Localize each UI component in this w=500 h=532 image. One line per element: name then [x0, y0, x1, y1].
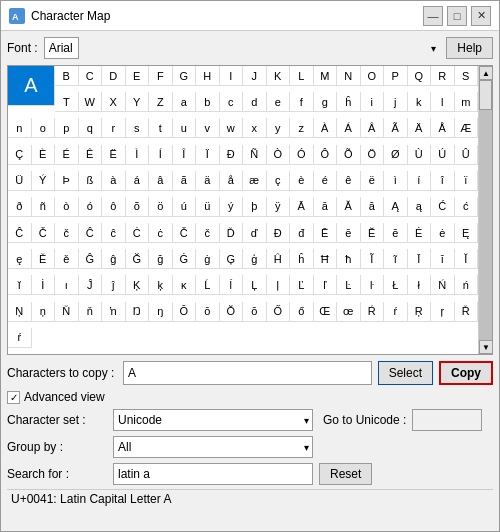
char-cell[interactable]: u	[173, 118, 197, 138]
char-cell[interactable]: b	[196, 92, 220, 112]
char-cell[interactable]: Ü	[8, 171, 32, 191]
char-cell[interactable]: ĵ	[102, 275, 126, 295]
advanced-checkbox[interactable]: ✓	[7, 391, 20, 404]
char-cell[interactable]: ĺ	[220, 275, 244, 295]
char-cell[interactable]: Ï	[196, 145, 220, 165]
copy-input[interactable]	[123, 361, 372, 385]
char-cell[interactable]: ķ	[149, 275, 173, 295]
char-cell[interactable]: ŏ	[243, 302, 267, 322]
char-cell[interactable]: ĝ	[102, 249, 126, 269]
char-cell[interactable]: î	[431, 171, 455, 191]
char-cell[interactable]: Ń	[431, 275, 455, 295]
char-cell[interactable]: Ĕ	[361, 223, 385, 243]
char-cell[interactable]: P	[384, 66, 408, 86]
char-cell[interactable]: Ù	[408, 145, 432, 165]
char-cell[interactable]: Ŋ	[126, 302, 150, 322]
char-cell[interactable]: k	[408, 92, 432, 112]
char-cell[interactable]: X	[102, 92, 126, 112]
char-cell[interactable]: w	[220, 118, 244, 138]
char-cell[interactable]: Ŕ	[361, 302, 385, 322]
char-cell[interactable]: ö	[149, 197, 173, 217]
char-cell[interactable]: L	[290, 66, 314, 86]
char-cell[interactable]: Ą	[384, 197, 408, 217]
char-cell[interactable]: S	[455, 66, 479, 86]
char-cell[interactable]: ä	[196, 171, 220, 191]
char-cell[interactable]: D	[102, 66, 126, 86]
goto-input[interactable]	[412, 409, 482, 431]
char-cell[interactable]: ç	[267, 171, 291, 191]
char-cell[interactable]: ġ	[196, 249, 220, 269]
char-cell[interactable]: Ç	[8, 145, 32, 165]
char-cell[interactable]: č	[55, 223, 79, 243]
char-cell[interactable]: Á	[337, 118, 361, 138]
char-cell[interactable]: ń	[455, 275, 479, 295]
char-cell[interactable]: I	[220, 66, 244, 86]
char-cell[interactable]: M	[314, 66, 338, 86]
char-cell[interactable]: ĥ	[337, 92, 361, 112]
char-cell[interactable]: é	[314, 171, 338, 191]
char-cell[interactable]: É	[55, 145, 79, 165]
char-cell[interactable]: ľ	[314, 275, 338, 295]
char-cell[interactable]: Ō	[173, 302, 197, 322]
char-cell[interactable]: Č	[173, 223, 197, 243]
char-cell[interactable]: Þ	[55, 171, 79, 191]
char-cell[interactable]: j	[384, 92, 408, 112]
char-cell[interactable]: Ý	[32, 171, 56, 191]
char-cell[interactable]: Ħ	[314, 249, 338, 269]
char-cell[interactable]: Í	[149, 145, 173, 165]
char-cell[interactable]: Č	[32, 223, 56, 243]
char-cell[interactable]: ħ	[337, 249, 361, 269]
char-cell[interactable]: ģ	[243, 249, 267, 269]
char-cell[interactable]: ē	[337, 223, 361, 243]
char-cell[interactable]: K	[267, 66, 291, 86]
char-cell[interactable]: ŕ	[8, 328, 32, 348]
char-cell[interactable]: ą	[408, 197, 432, 217]
char-cell[interactable]: Ď	[220, 223, 244, 243]
char-cell[interactable]: J	[243, 66, 267, 86]
char-cell[interactable]: Ň	[55, 302, 79, 322]
char-cell[interactable]: Q	[408, 66, 432, 86]
char-cell[interactable]: Ę	[455, 223, 479, 243]
char-cell[interactable]: Ī	[408, 249, 432, 269]
char-cell[interactable]: Ĥ	[267, 249, 291, 269]
char-cell[interactable]: ı	[55, 275, 79, 295]
char-cell[interactable]: ò	[55, 197, 79, 217]
char-cell[interactable]: å	[220, 171, 244, 191]
char-cell[interactable]: Â	[361, 118, 385, 138]
char-cell[interactable]: Ê	[79, 145, 103, 165]
char-cell[interactable]: Ĉ	[79, 223, 103, 243]
char-cell[interactable]: Ć	[431, 197, 455, 217]
char-cell[interactable]: þ	[243, 197, 267, 217]
char-cell[interactable]: F	[149, 66, 173, 86]
reset-button[interactable]: Reset	[319, 463, 372, 485]
char-cell[interactable]: Ð	[220, 145, 244, 165]
char-cell[interactable]: ě	[55, 249, 79, 269]
char-cell[interactable]: ĸ	[173, 275, 197, 295]
char-cell[interactable]: ë	[361, 171, 385, 191]
char-cell[interactable]: ă	[361, 197, 385, 217]
char-cell[interactable]: Ċ	[126, 223, 150, 243]
char-cell[interactable]: ņ	[32, 302, 56, 322]
char-cell[interactable]: E	[126, 66, 150, 86]
char-cell[interactable]: ô	[102, 197, 126, 217]
char-cell[interactable]: Ř	[455, 302, 479, 322]
char-cell[interactable]: Ĩ	[361, 249, 385, 269]
char-cell[interactable]: Ē	[314, 223, 338, 243]
char-cell[interactable]: Ã	[384, 118, 408, 138]
char-cell[interactable]: Î	[173, 145, 197, 165]
char-cell[interactable]: Æ	[455, 118, 479, 138]
char-cell[interactable]: ė	[431, 223, 455, 243]
char-cell[interactable]: a	[173, 92, 197, 112]
char-cell[interactable]: Ö	[361, 145, 385, 165]
char-cell[interactable]: Ľ	[290, 275, 314, 295]
char-cell[interactable]: Ì	[126, 145, 150, 165]
char-cell[interactable]: ì	[384, 171, 408, 191]
char-cell[interactable]: õ	[126, 197, 150, 217]
char-cell[interactable]: Ò	[267, 145, 291, 165]
char-cell[interactable]: q	[79, 118, 103, 138]
char-cell[interactable]: ê	[337, 171, 361, 191]
char-cell[interactable]: ļ	[267, 275, 291, 295]
char-cell[interactable]: Ğ	[126, 249, 150, 269]
char-cell[interactable]: W	[79, 92, 103, 112]
char-cell[interactable]: Ĺ	[196, 275, 220, 295]
